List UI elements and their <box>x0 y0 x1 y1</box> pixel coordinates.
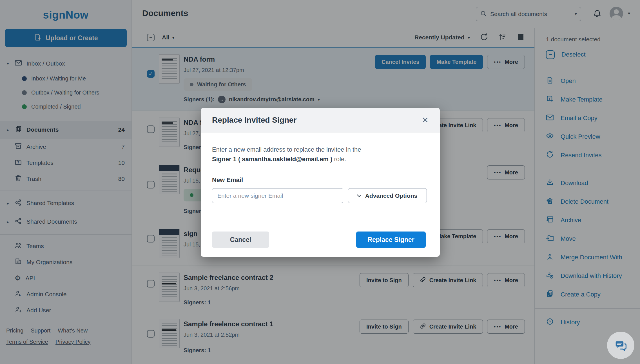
modal-description: Enter a new email address to replace the… <box>212 145 429 164</box>
signer-role-email: Signer 1 ( samantha.oakfield@email.em ) <box>212 156 332 163</box>
modal-footer: Cancel Replace Signer <box>201 222 440 257</box>
advanced-options-button[interactable]: Advanced Options <box>348 188 427 203</box>
new-email-label: New Email <box>212 176 429 184</box>
replace-invited-signer-modal: Replace Invited Signer ✕ Enter a new ema… <box>201 108 440 257</box>
modal-header: Replace Invited Signer ✕ <box>201 108 440 132</box>
cancel-button[interactable]: Cancel <box>212 232 269 248</box>
close-icon[interactable]: ✕ <box>422 115 429 125</box>
replace-signer-button[interactable]: Replace Signer <box>356 232 426 248</box>
chat-widget-button[interactable] <box>607 332 634 359</box>
chevron-down-icon <box>357 193 361 197</box>
chat-bubbles-icon <box>615 339 627 352</box>
modal-body: Enter a new email address to replace the… <box>201 132 440 203</box>
modal-title: Replace Invited Signer <box>212 116 296 125</box>
new-email-input[interactable] <box>212 188 343 203</box>
